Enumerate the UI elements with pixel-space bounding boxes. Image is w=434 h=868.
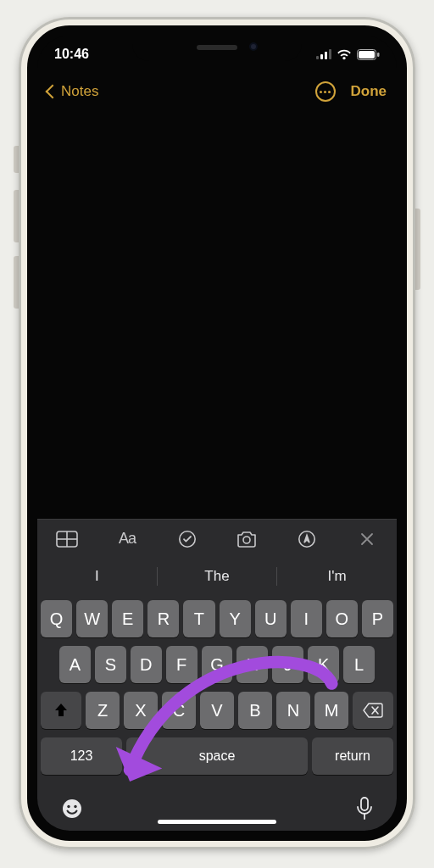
svg-point-9: [63, 799, 81, 818]
key-n[interactable]: N: [276, 692, 310, 729]
format-toolbar: Aa: [37, 519, 397, 558]
svg-point-11: [74, 805, 76, 808]
numbers-key[interactable]: 123: [41, 737, 122, 775]
key-d[interactable]: D: [131, 646, 162, 683]
key-c[interactable]: C: [162, 692, 196, 729]
return-key[interactable]: return: [312, 737, 393, 775]
phone-frame: 10:46: [19, 17, 415, 849]
key-q[interactable]: Q: [41, 600, 72, 637]
key-m[interactable]: M: [314, 692, 348, 729]
keyboard-bottom-bar: [37, 790, 397, 831]
toolbar-close-button[interactable]: [350, 526, 384, 552]
key-i[interactable]: I: [291, 600, 322, 637]
checklist-button[interactable]: [170, 526, 204, 552]
key-y[interactable]: Y: [220, 600, 251, 637]
key-v[interactable]: V: [200, 692, 234, 729]
svg-rect-1: [359, 51, 375, 58]
notch: [132, 34, 302, 61]
cell-signal-icon: [316, 49, 331, 59]
done-button[interactable]: Done: [351, 83, 387, 100]
table-insert-button[interactable]: [50, 526, 84, 552]
delete-key[interactable]: [353, 692, 393, 729]
battery-icon: [357, 49, 380, 60]
chevron-left-icon: [46, 85, 60, 99]
wifi-icon: [337, 49, 352, 60]
key-w[interactable]: W: [76, 600, 108, 637]
key-e[interactable]: E: [112, 600, 143, 637]
svg-rect-2: [377, 53, 380, 57]
svg-point-10: [67, 805, 70, 808]
back-label: Notes: [61, 83, 98, 100]
key-b[interactable]: B: [238, 692, 272, 729]
text-format-button[interactable]: Aa: [110, 526, 144, 552]
key-f[interactable]: F: [166, 646, 198, 683]
keyboard: QWERTYUIOP ASDFGHJKL ZXCVBNM 123 space r…: [37, 595, 397, 790]
key-p[interactable]: P: [362, 600, 393, 637]
key-j[interactable]: J: [272, 646, 303, 683]
space-key[interactable]: space: [126, 737, 308, 775]
key-t[interactable]: T: [183, 600, 214, 637]
svg-rect-12: [361, 798, 368, 810]
key-u[interactable]: U: [255, 600, 287, 637]
key-s[interactable]: S: [95, 646, 126, 683]
key-x[interactable]: X: [124, 692, 158, 729]
nav-bar: Notes Done: [37, 73, 397, 110]
more-options-button[interactable]: [315, 81, 336, 102]
key-g[interactable]: G: [202, 646, 233, 683]
camera-button[interactable]: [230, 526, 264, 552]
back-button[interactable]: Notes: [47, 83, 98, 100]
key-k[interactable]: K: [308, 646, 339, 683]
key-r[interactable]: R: [147, 600, 179, 637]
power-button: [415, 209, 420, 290]
prediction-slot-2[interactable]: The: [158, 563, 277, 590]
prediction-bar: I The I'm: [37, 558, 397, 595]
prediction-slot-1[interactable]: I: [37, 563, 157, 590]
markup-button[interactable]: [290, 526, 324, 552]
home-indicator[interactable]: [158, 820, 276, 824]
prediction-slot-3[interactable]: I'm: [277, 563, 397, 590]
svg-point-7: [243, 537, 250, 543]
dictation-button[interactable]: [356, 797, 373, 824]
note-editor[interactable]: [37, 110, 397, 519]
key-l[interactable]: L: [343, 646, 375, 683]
emoji-keyboard-button[interactable]: [61, 798, 83, 823]
key-z[interactable]: Z: [86, 692, 120, 729]
shift-key[interactable]: [41, 692, 81, 729]
status-time: 10:46: [54, 47, 89, 62]
key-a[interactable]: A: [59, 646, 91, 683]
key-o[interactable]: O: [326, 600, 358, 637]
key-h[interactable]: H: [236, 646, 268, 683]
